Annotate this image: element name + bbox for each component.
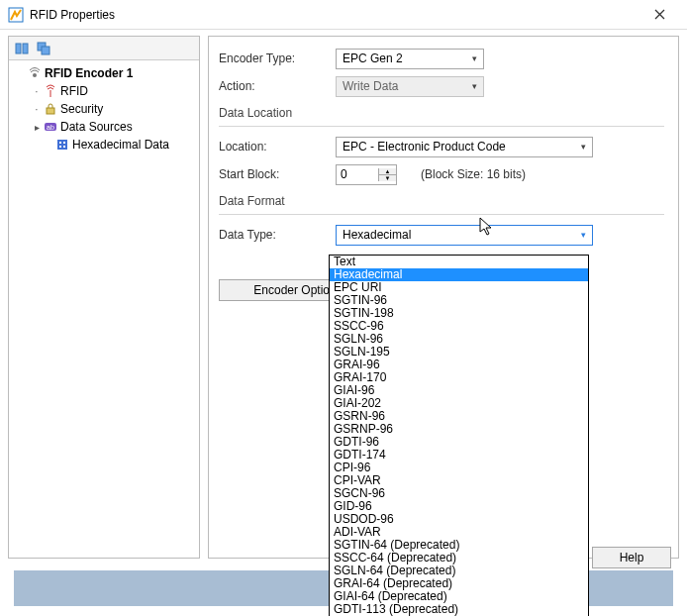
svg-rect-6 (47, 108, 54, 114)
chevron-down-icon: ▾ (472, 81, 477, 91)
tree-tool-1[interactable] (13, 40, 31, 57)
tree-label: Hexadecimal Data (72, 138, 169, 152)
tree: RFID Encoder 1 · RFID · (9, 60, 199, 558)
svg-text:ab: ab (47, 124, 54, 131)
svg-rect-2 (23, 44, 28, 53)
tree-line-icon: · (31, 86, 43, 97)
separator (219, 126, 664, 127)
tree-label: Data Sources (60, 120, 133, 134)
location-label: Location: (219, 140, 336, 154)
rfid-encoder-icon (27, 65, 43, 81)
tree-label: Security (60, 102, 103, 116)
data-type-label: Data Type: (219, 228, 336, 242)
tree-root[interactable]: RFID Encoder 1 (11, 64, 197, 82)
tree-item-datasources[interactable]: ▸ ab Data Sources (11, 118, 197, 136)
location-value: EPC - Electronic Product Code (343, 140, 506, 154)
block-size-text: (Block Size: 16 bits) (421, 167, 526, 181)
separator (219, 214, 664, 215)
tree-item-security[interactable]: · Security (11, 100, 197, 118)
location-combo[interactable]: EPC - Electronic Product Code ▾ (336, 137, 593, 157)
svg-rect-4 (42, 47, 49, 54)
data-type-value: Hexadecimal (343, 228, 411, 242)
tree-toolbar (9, 37, 199, 60)
chevron-down-icon: ▾ (581, 142, 586, 152)
chevron-down-icon: ▾ (581, 230, 586, 240)
encoder-type-value: EPC Gen 2 (343, 51, 403, 65)
svg-rect-10 (59, 142, 61, 144)
svg-rect-12 (59, 146, 61, 148)
titlebar: RFID Properties (0, 0, 687, 30)
start-block-spinner[interactable]: ▲ ▼ (336, 164, 397, 185)
app-icon (8, 7, 24, 23)
data-type-dropdown[interactable]: TextHexadecimalEPC URISGTIN-96SGTIN-198S… (329, 255, 589, 616)
action-combo: Write Data ▾ (336, 76, 484, 97)
tree-label: RFID (60, 84, 88, 98)
chevron-down-icon: ▾ (472, 53, 477, 63)
svg-rect-9 (57, 140, 67, 150)
action-value: Write Data (343, 79, 398, 93)
tree-item-rfid[interactable]: · RFID (11, 82, 197, 100)
tree-tool-2[interactable] (35, 40, 52, 57)
encoder-type-combo[interactable]: EPC Gen 2 ▾ (336, 49, 484, 69)
tree-item-hexdata[interactable]: Hexadecimal Data (11, 136, 197, 154)
spin-up-button[interactable]: ▲ (379, 168, 396, 175)
close-button[interactable] (639, 1, 679, 29)
data-type-combo[interactable]: Hexadecimal ▾ (336, 225, 593, 246)
spin-down-button[interactable]: ▼ (379, 175, 396, 181)
svg-rect-1 (16, 44, 21, 53)
start-block-label: Start Block: (219, 167, 336, 181)
lock-icon (43, 101, 58, 117)
start-block-input[interactable] (337, 165, 376, 184)
data-location-title: Data Location (219, 106, 664, 120)
help-button[interactable]: Help (592, 547, 671, 568)
tree-panel: RFID Encoder 1 · RFID · (8, 36, 200, 559)
tree-root-label: RFID Encoder 1 (45, 66, 133, 80)
tree-line-icon: · (31, 104, 43, 115)
datasource-icon: ab (43, 119, 58, 135)
svg-point-5 (33, 73, 37, 77)
encoder-type-label: Encoder Type: (219, 51, 336, 65)
antenna-icon (43, 83, 58, 99)
svg-rect-13 (63, 146, 65, 148)
data-format-title: Data Format (219, 194, 664, 208)
action-label: Action: (219, 79, 336, 93)
tree-twisty-icon: ▸ (31, 122, 43, 133)
window-title: RFID Properties (30, 8, 639, 22)
hexdata-icon (54, 137, 70, 153)
svg-rect-11 (63, 142, 65, 144)
